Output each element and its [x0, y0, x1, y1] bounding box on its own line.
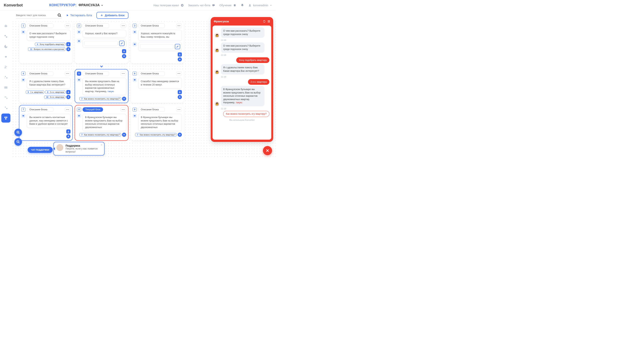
nav-users-lock2-icon[interactable] [1, 93, 11, 102]
bot-avatar-icon: 👩 [215, 33, 219, 38]
block-8[interactable]: 8Текущий блок···В Французском бульваре м… [75, 106, 128, 140]
bot-name-text: ФРАНСУАЗА [78, 3, 100, 7]
block-desc-chip[interactable]: Текущий блок [83, 107, 103, 112]
add-tag-button[interactable]: + [122, 132, 126, 137]
tag[interactable]: 82-х к. квартира [45, 90, 65, 94]
add-tag-button[interactable]: + [66, 134, 71, 138]
svg-rect-32 [78, 32, 80, 32]
support-title: Поддержка [66, 144, 102, 147]
svg-rect-57 [23, 115, 24, 116]
support-avatar [57, 144, 63, 151]
tag[interactable]: 103-х к. квартира [44, 95, 65, 99]
topbar: Konverbot КОНСТРУКТОР: ФРАНСУАЗА Наш тел… [0, 0, 276, 10]
svg-point-47 [23, 80, 23, 80]
nav-bot-icon[interactable] [1, 22, 11, 31]
nav-chart-icon[interactable] [1, 42, 11, 51]
svg-point-43 [134, 44, 134, 44]
svg-rect-27 [5, 118, 6, 120]
block-5[interactable]: 5Описание блока···Мы можем предложить Ва… [75, 70, 128, 103]
preview-bot-msg: 👩Я с удовольствием помогу Вам. Какая ква… [215, 64, 269, 74]
block-1[interactable]: 1Описание блока···О чем вам рассказать? … [19, 22, 72, 64]
block-6[interactable]: 6Описание блока···Спасибо! Наш менеджер … [131, 70, 184, 103]
close-icon[interactable]: × [101, 144, 102, 146]
preview-suggestion-button[interactable]: Как можно посмотреть эту квартиру? [223, 111, 269, 117]
tag[interactable]: 7Как можно посмотреть эту квартиру? [79, 133, 121, 136]
bot-name-dropdown[interactable]: ФРАНСУАЗА [78, 3, 103, 7]
nav-user-lock3-icon[interactable] [1, 103, 11, 112]
block-header: 2Описание блока··· [77, 24, 126, 28]
nav-card-icon[interactable] [1, 83, 11, 92]
nav-gears-icon[interactable] [1, 32, 11, 41]
add-tag-button[interactable]: + [66, 95, 71, 99]
block-desc[interactable]: Описание блока [138, 24, 165, 28]
block-3[interactable]: 3Описание блока···Хорошо, напишите пожал… [131, 22, 184, 64]
block-menu-button[interactable]: ··· [176, 24, 182, 28]
block-menu-button[interactable]: ··· [65, 71, 71, 76]
block-menu-button[interactable]: ··· [176, 107, 182, 112]
add-tag-button[interactable]: + [178, 57, 182, 62]
order-bot-link[interactable]: Заказать чат-бота [188, 4, 215, 7]
nav-blocks-icon[interactable] [1, 114, 11, 122]
add-tag-button[interactable]: + [178, 132, 182, 137]
test-bot-button[interactable]: Тестировать бота [66, 14, 92, 17]
block-desc[interactable]: Описание блока [83, 24, 109, 28]
block-menu-button[interactable]: ··· [65, 24, 71, 28]
block-menu-button[interactable]: ··· [120, 71, 126, 76]
block-4[interactable]: 4Описание блока···Я с удовольствием помо… [19, 70, 72, 103]
block-desc[interactable]: Описание блока [83, 71, 109, 76]
svg-rect-8 [5, 25, 7, 27]
learn-link[interactable]: Обучение [219, 4, 237, 7]
block-desc[interactable]: Описание блока [138, 71, 165, 76]
user-menu[interactable]: konveradmin [248, 4, 272, 7]
sidebar [0, 20, 12, 159]
svg-point-23 [5, 107, 6, 108]
nav-plug-icon[interactable] [1, 52, 11, 61]
add-tag-button[interactable]: + [122, 54, 126, 58]
edit-icon[interactable] [175, 44, 180, 49]
tag[interactable]: 51 к. квартира [26, 90, 44, 94]
tag[interactable]: 7Как можно посмотреть эту квартиру? [135, 133, 177, 136]
nav-users-icon[interactable] [1, 62, 11, 72]
telegram-link[interactable]: Наш телеграм канал [153, 4, 184, 7]
refresh-icon[interactable] [263, 20, 266, 23]
bell-icon[interactable] [241, 4, 244, 7]
block-menu-button[interactable]: ··· [176, 71, 182, 76]
zoom-in-button[interactable] [15, 129, 22, 136]
support-chat-pill[interactable]: ЧАТ ПОДДЕРЖКИ [28, 147, 53, 153]
add-block-button[interactable]: Добавить блок [96, 12, 128, 19]
block-header: 5Описание блока··· [77, 71, 126, 76]
search-icon[interactable] [57, 13, 62, 18]
close-preview-fab[interactable] [263, 146, 272, 155]
support-text: Пишите, если у вас появятся вопросы! [66, 147, 102, 154]
expand-icon[interactable] [268, 20, 270, 23]
svg-rect-77 [269, 22, 270, 22]
tag[interactable]: 4Хочу подобрать квартиру [35, 42, 65, 46]
tag[interactable]: 7Как можно посмотреть эту квартиру? [79, 97, 121, 100]
block-desc[interactable]: Описание блока [27, 107, 53, 112]
block-menu-button[interactable]: ··· [120, 107, 126, 112]
block-9[interactable]: 9Описание блока···В Французском бульваре… [131, 106, 184, 140]
svg-point-48 [24, 80, 24, 80]
add-tag-button[interactable]: + [122, 97, 126, 101]
block-input[interactable] [83, 39, 126, 48]
add-tag-button[interactable]: + [66, 47, 71, 51]
block-menu-button[interactable]: ··· [120, 24, 126, 28]
block-menu-button[interactable]: ··· [65, 107, 71, 112]
chevron-down-icon [99, 64, 104, 68]
block-2[interactable]: 2Описание блока···Хорошо, какой у Вас во… [75, 22, 128, 64]
block-7[interactable]: 7Описание блока···Вы можете оставить кон… [19, 106, 72, 140]
svg-rect-76 [268, 22, 269, 22]
block-desc[interactable]: Описание блока [27, 24, 53, 28]
block-number: 4 [21, 72, 25, 76]
search-input[interactable] [16, 14, 55, 17]
block-desc[interactable]: Описание блока [27, 71, 53, 76]
tags-row [77, 49, 126, 53]
edit-icon[interactable] [119, 41, 124, 46]
svg-rect-18 [4, 86, 8, 88]
tag[interactable]: 11Вопрос по ипотеке и рассрочке [28, 48, 65, 51]
block-input[interactable] [138, 42, 182, 51]
block-desc[interactable]: Описание блока [138, 107, 165, 112]
nav-user-lock-icon[interactable] [1, 73, 11, 82]
add-tag-button[interactable]: + [178, 95, 182, 99]
zoom-out-button[interactable] [15, 138, 22, 146]
